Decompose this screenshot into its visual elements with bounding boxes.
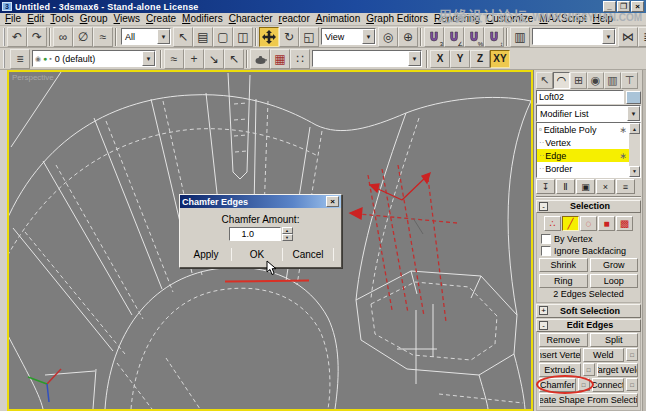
axis-xy-button[interactable]: XY: [490, 50, 510, 68]
object-color-swatch[interactable]: [626, 91, 641, 104]
object-name-field[interactable]: Loft02: [536, 90, 624, 104]
tab-create[interactable]: ↖: [536, 72, 553, 89]
axis-y-button[interactable]: Y: [450, 50, 470, 68]
remove-button[interactable]: Remove: [539, 333, 588, 347]
chevron-down-icon[interactable]: ▼: [362, 29, 375, 44]
chevron-down-icon[interactable]: ▼: [627, 106, 640, 121]
chevron-down-icon[interactable]: ▼: [602, 29, 615, 44]
connect-settings-button[interactable]: □: [626, 378, 638, 391]
vertex-icon[interactable]: ∴: [544, 216, 561, 231]
shrink-button[interactable]: Shrink: [539, 258, 588, 272]
window-crossing-icon[interactable]: ◫: [233, 27, 253, 47]
redo-icon[interactable]: ↷: [27, 27, 47, 47]
menu-modifiers[interactable]: Modifiers: [179, 13, 226, 25]
stack-row-vertex[interactable]: ··Vertex: [537, 136, 629, 149]
scroll-up-icon[interactable]: ▲: [629, 123, 640, 134]
toolbar-handle[interactable]: [3, 50, 8, 68]
ring-button[interactable]: Ring: [539, 274, 588, 288]
select-and-manipulate-icon[interactable]: ⊕: [398, 27, 418, 47]
menu-graph-editors[interactable]: Graph Editors: [363, 13, 431, 25]
rectangular-selection-icon[interactable]: ▢: [213, 27, 233, 47]
dialog-close-icon[interactable]: ×: [326, 196, 339, 207]
modifier-stack[interactable]: ▫Editable Poly∗··Vertex··Edge∗··Border ▲…: [536, 122, 641, 177]
selection-filter-dropdown[interactable]: All▼: [121, 28, 171, 45]
render-shortcut-icon[interactable]: ▦: [270, 49, 290, 69]
close-button[interactable]: ×: [631, 1, 644, 12]
border-icon[interactable]: ◌: [580, 216, 597, 231]
scroll-down-icon[interactable]: ▼: [629, 166, 640, 177]
undo-icon[interactable]: ↶: [7, 27, 27, 47]
axis-x-button[interactable]: X: [430, 50, 450, 68]
named-selection-dropdown[interactable]: ▼: [532, 28, 616, 45]
render-preset-dropdown[interactable]: ▼: [312, 50, 422, 67]
edit-named-selections-icon[interactable]: ▥: [510, 27, 530, 47]
bind-to-space-warp-icon[interactable]: ≈: [93, 27, 113, 47]
extrude-button[interactable]: Extrude: [539, 363, 581, 377]
viewport-label[interactable]: Perspective: [12, 73, 54, 82]
pick-arrow-icon[interactable]: ↖: [224, 49, 244, 69]
render-scene-icon[interactable]: [250, 49, 270, 69]
element-icon[interactable]: ▩: [616, 216, 633, 231]
edit-edges-rollout-header[interactable]: - Edit Edges: [536, 319, 641, 332]
select-and-rotate-icon[interactable]: ↻: [279, 27, 299, 47]
menu-group[interactable]: Group: [77, 13, 111, 25]
quick-render-icon[interactable]: ∷: [290, 49, 310, 69]
layer-manager-icon[interactable]: ≡: [10, 49, 30, 69]
chamfer-button[interactable]: Chamfer: [539, 378, 576, 392]
target-weld-button[interactable]: Target Weld: [597, 363, 639, 377]
menu-animation[interactable]: Animation: [313, 13, 363, 25]
dialog-title-bar[interactable]: Chamfer Edges ×: [180, 195, 341, 208]
soft-selection-rollout-header[interactable]: + Soft Selection: [536, 304, 641, 317]
tab-motion[interactable]: ◉: [587, 72, 604, 89]
collapse-icon[interactable]: -: [539, 321, 548, 330]
extrude-settings-button[interactable]: □: [583, 363, 595, 376]
menu-tools[interactable]: Tools: [47, 13, 76, 25]
tab-hierarchy[interactable]: ⊞: [570, 72, 587, 89]
expand-icon[interactable]: +: [539, 306, 548, 315]
menu-customize[interactable]: Customize: [483, 13, 536, 25]
reference-coord-dropdown[interactable]: View▼: [321, 28, 376, 45]
mirror-icon[interactable]: ⋈: [618, 27, 638, 47]
loop-button[interactable]: Loop: [590, 274, 639, 288]
edge-icon[interactable]: ╱: [562, 216, 579, 231]
ignore-backfacing-checkbox[interactable]: [541, 246, 551, 256]
restore-button[interactable]: ❐: [617, 1, 630, 12]
snap-toggle-3d-icon[interactable]: 3: [424, 27, 444, 47]
chamfer-settings-button[interactable]: □: [578, 378, 590, 391]
toolbar-handle[interactable]: [3, 28, 5, 46]
add-icon[interactable]: +: [184, 49, 204, 69]
remove-modifier-icon[interactable]: ×: [596, 179, 615, 194]
menu-create[interactable]: Create: [143, 13, 179, 25]
weld-button[interactable]: Weld: [583, 348, 625, 362]
tab-utilities[interactable]: ⊤: [621, 72, 638, 89]
unlink-selection-icon[interactable]: ∅: [73, 27, 93, 47]
tab-display[interactable]: ▥: [604, 72, 621, 89]
by-vertex-checkbox[interactable]: [541, 234, 551, 244]
select-and-move-icon[interactable]: [259, 27, 279, 47]
chevron-down-icon[interactable]: ▼: [408, 51, 421, 66]
pin-stack-icon[interactable]: ↧: [536, 179, 555, 194]
select-and-scale-icon[interactable]: ◱: [299, 27, 319, 47]
selection-rollout-header[interactable]: - Selection: [536, 200, 641, 213]
menu-help[interactable]: Help: [590, 13, 617, 25]
spinner-up-icon[interactable]: ▲: [282, 227, 293, 234]
spinner-snap-icon[interactable]: ↕: [484, 27, 504, 47]
menu-views[interactable]: Views: [111, 13, 144, 25]
chevron-down-icon[interactable]: ▼: [157, 29, 170, 44]
create-shape-button[interactable]: Create Shape From Selection: [539, 393, 638, 407]
menu-rendering[interactable]: Rendering: [431, 13, 483, 25]
panel-scrollbar[interactable]: [642, 70, 646, 411]
align-arrow-icon[interactable]: ↘: [204, 49, 224, 69]
grow-button[interactable]: Grow: [590, 258, 639, 272]
select-and-link-icon[interactable]: ∞: [53, 27, 73, 47]
polygon-icon[interactable]: ■: [598, 216, 615, 231]
collapse-icon[interactable]: -: [539, 202, 548, 211]
stack-scrollbar[interactable]: ▲ ▼: [629, 123, 640, 176]
chamfer-edges-dialog[interactable]: Chamfer Edges × Chamfer Amount: 1.0 ▲ ▼ …: [179, 194, 342, 268]
modifier-list-dropdown[interactable]: Modifier List ▼: [536, 105, 641, 122]
configure-modifier-sets-icon[interactable]: ≡: [616, 179, 635, 194]
perspective-viewport[interactable]: Perspective: [7, 70, 533, 411]
select-by-name-icon[interactable]: ▤: [193, 27, 213, 47]
percent-snap-icon[interactable]: %: [464, 27, 484, 47]
minimize-button[interactable]: _: [603, 1, 616, 12]
